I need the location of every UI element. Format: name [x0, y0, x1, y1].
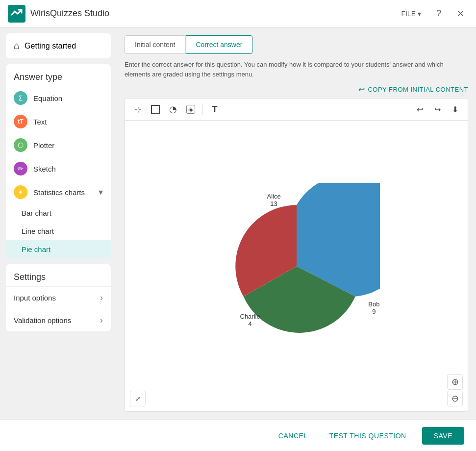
sidebar-item-plotter[interactable]: ⬡ Plotter — [6, 133, 111, 157]
text-label: Text — [33, 118, 103, 126]
stats-label: Statistics charts — [33, 188, 93, 197]
logo-icon — [8, 5, 25, 23]
settings-card: Settings Input options › Validation opti… — [6, 264, 111, 331]
close-icon: ✕ — [457, 8, 464, 19]
text-icon: tT — [14, 115, 27, 128]
main-layout: ⌂ Getting started Answer type Σ Equation… — [0, 27, 476, 420]
undo-icon: ↩ — [417, 105, 423, 114]
help-button[interactable]: ? — [431, 6, 447, 22]
plotter-icon: ⬡ — [14, 138, 27, 152]
canvas-area: Alice 13 Bob 9 Charlie 4 ⊕ — [125, 121, 468, 411]
zoom-out-button[interactable]: ⊖ — [447, 391, 463, 406]
file-chevron-icon: ▾ — [418, 10, 421, 18]
redo-button[interactable]: ↪ — [429, 101, 445, 117]
sidebar-item-line-chart[interactable]: Line chart — [6, 222, 111, 240]
file-menu[interactable]: FILE ▾ — [397, 8, 425, 20]
frame-icon — [151, 105, 160, 114]
header-actions: FILE ▾ ? ✕ — [397, 6, 468, 22]
redo-icon: ↪ — [434, 105, 441, 114]
test-question-button[interactable]: TEST THIS QUESTION — [324, 428, 412, 444]
sidebar-item-pie-chart[interactable]: Pie chart — [6, 240, 111, 258]
help-icon: ? — [436, 8, 441, 19]
copy-row: ↩ COPY FROM INITIAL CONTENT — [125, 85, 468, 94]
settings-header: Settings — [6, 264, 111, 286]
circle-tool-button[interactable]: ◔ — [165, 101, 181, 117]
undo-button[interactable]: ↩ — [412, 101, 427, 117]
alice-label: Alice 13 — [267, 193, 281, 207]
pie-chart-label: Pie chart — [22, 245, 50, 253]
stats-chevron-icon: ▾ — [99, 187, 103, 198]
footer: CANCEL TEST THIS QUESTION SAVE — [0, 420, 476, 451]
sidebar-item-equation[interactable]: Σ Equation — [6, 86, 111, 110]
download-button[interactable]: ⬇ — [447, 101, 463, 117]
fullscreen-icon: ⤢ — [135, 395, 141, 402]
sidebar-item-statistics-charts[interactable]: ✦ Statistics charts ▾ — [6, 180, 111, 204]
zoom-controls: ⊕ ⊖ — [447, 374, 463, 406]
select-tool-button[interactable]: ⊹ — [130, 101, 146, 117]
equation-label: Equation — [33, 94, 103, 102]
file-label: FILE — [401, 10, 416, 18]
plotter-label: Plotter — [33, 141, 103, 150]
zoom-out-icon: ⊖ — [451, 393, 459, 404]
content-area: Initial content Correct answer Enter the… — [117, 27, 476, 420]
validation-options-arrow-icon: › — [100, 315, 103, 326]
stats-icon: ✦ — [14, 185, 27, 199]
circle-icon: ◔ — [169, 104, 177, 115]
tab-correct-answer[interactable]: Correct answer — [186, 35, 253, 54]
home-card: ⌂ Getting started — [6, 33, 111, 58]
toolbar-divider-1 — [202, 103, 203, 115]
sidebar-item-sketch[interactable]: ✏ Sketch — [6, 157, 111, 180]
sidebar: ⌂ Getting started Answer type Σ Equation… — [0, 27, 117, 420]
bar-chart-label: Bar chart — [22, 209, 51, 217]
copy-from-initial-button[interactable]: ↩ COPY FROM INITIAL CONTENT — [358, 85, 468, 94]
editor-wrapper: ⊹ ◔ ◈ T ↩ — [125, 98, 468, 412]
cancel-button[interactable]: CANCEL — [273, 428, 314, 444]
description-text: Enter the correct answer for this questi… — [125, 60, 468, 79]
charlie-label: Charlie 4 — [240, 313, 260, 327]
app-title: WirisQuizzes Studio — [30, 8, 109, 19]
add-tool-button[interactable]: ◈ — [183, 101, 199, 117]
select-cursor-icon: ⊹ — [135, 105, 141, 114]
home-item[interactable]: ⌂ Getting started — [6, 33, 111, 58]
equation-icon: Σ — [14, 91, 27, 105]
app-logo: WirisQuizzes Studio — [8, 5, 109, 23]
frame-tool-button[interactable] — [148, 101, 163, 117]
sidebar-item-bar-chart[interactable]: Bar chart — [6, 204, 111, 222]
tab-bar: Initial content Correct answer — [125, 35, 468, 54]
validation-options-label: Validation options — [14, 316, 71, 325]
header: WirisQuizzes Studio FILE ▾ ? ✕ — [0, 0, 476, 27]
copy-arrow-icon: ↩ — [358, 85, 365, 94]
settings-item-validation-options[interactable]: Validation options › — [6, 309, 111, 331]
add-icon: ◈ — [186, 105, 195, 114]
pie-chart-container: Alice 13 Bob 9 Charlie 4 — [213, 183, 380, 350]
home-icon: ⌂ — [14, 40, 20, 51]
home-label: Getting started — [25, 42, 76, 50]
bob-label: Bob 9 — [368, 301, 379, 315]
download-icon: ⬇ — [452, 105, 458, 114]
input-options-arrow-icon: › — [100, 293, 103, 303]
toolbar-right-actions: ↩ ↪ ⬇ — [412, 101, 463, 117]
text-tool-button[interactable]: T — [207, 101, 223, 117]
answer-type-card: Answer type Σ Equation tT Text ⬡ Plotter… — [6, 64, 111, 258]
close-button[interactable]: ✕ — [452, 6, 468, 22]
sidebar-item-text[interactable]: tT Text — [6, 110, 111, 133]
editor-toolbar: ⊹ ◔ ◈ T ↩ — [125, 99, 468, 121]
save-button[interactable]: SAVE — [422, 427, 464, 445]
input-options-label: Input options — [14, 294, 56, 302]
line-chart-label: Line chart — [22, 227, 54, 235]
fullscreen-button[interactable]: ⤢ — [130, 391, 146, 406]
tab-initial-content[interactable]: Initial content — [125, 35, 186, 54]
sketch-icon: ✏ — [14, 162, 27, 175]
answer-type-header: Answer type — [6, 64, 111, 86]
text-tool-icon: T — [212, 104, 218, 115]
zoom-in-icon: ⊕ — [451, 376, 459, 387]
pie-chart-svg — [213, 183, 380, 350]
sketch-label: Sketch — [33, 165, 103, 173]
copy-btn-label: COPY FROM INITIAL CONTENT — [368, 86, 468, 93]
zoom-in-button[interactable]: ⊕ — [447, 374, 463, 390]
settings-item-input-options[interactable]: Input options › — [6, 286, 111, 309]
